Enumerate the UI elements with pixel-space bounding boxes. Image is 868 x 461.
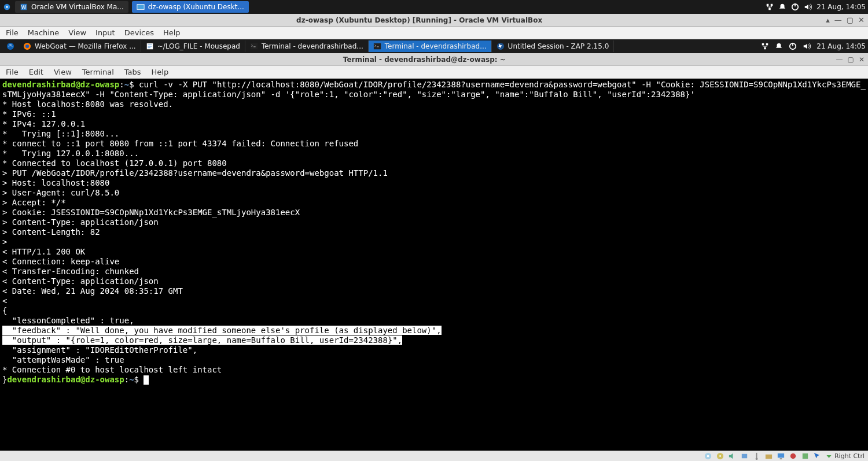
- term-menu-tabs[interactable]: Tabs: [124, 68, 141, 76]
- maximize-icon[interactable]: ▢: [847, 16, 854, 24]
- vb-menu-input[interactable]: Input: [95, 28, 115, 37]
- svg-text:W: W: [21, 5, 27, 10]
- bell-icon[interactable]: [778, 3, 786, 12]
- svg-point-12: [25, 45, 29, 48]
- maximize-icon[interactable]: ▢: [848, 56, 854, 64]
- host-key-indicator[interactable]: Right Ctrl: [825, 452, 865, 460]
- sb-net-icon[interactable]: [740, 452, 749, 460]
- sb-optical-icon[interactable]: [716, 452, 724, 460]
- volume-icon[interactable]: [804, 3, 812, 12]
- minimize-icon[interactable]: —: [834, 16, 842, 24]
- host-top-panel: W Oracle VM VirtualBox Ma... dz-owasp (X…: [0, 0, 868, 14]
- terminal-menubar: File Edit View Terminal Tabs Help: [0, 66, 868, 79]
- vb-menu-devices[interactable]: Devices: [124, 28, 154, 37]
- svg-rect-14: [251, 43, 258, 50]
- sb-rec-icon[interactable]: [789, 452, 797, 460]
- host-task-label: dz-owasp (Xubuntu Deskt...: [148, 3, 244, 11]
- sb-disk-icon[interactable]: [704, 452, 712, 460]
- vb-window-titlebar[interactable]: dz-owasp (Xubuntu Desktop) [Running] - O…: [0, 14, 868, 27]
- svg-point-32: [790, 453, 796, 459]
- term-menu-terminal[interactable]: Terminal: [82, 68, 114, 76]
- host-task-label: Oracle VM VirtualBox Ma...: [31, 3, 124, 11]
- svg-rect-33: [803, 453, 808, 459]
- vb-statusbar: Right Ctrl: [0, 451, 868, 461]
- sb-shared-icon[interactable]: [764, 452, 773, 460]
- task-label: Terminal - devendrashirbad...: [262, 42, 363, 50]
- svg-point-23: [707, 455, 709, 458]
- network-icon[interactable]: [766, 3, 774, 12]
- svg-rect-31: [780, 458, 782, 459]
- term-menu-help[interactable]: Help: [152, 68, 169, 76]
- svg-point-10: [7, 43, 14, 50]
- task-label: Untitled Session - ZAP 2.15.0: [508, 42, 609, 50]
- svg-rect-15: [374, 43, 381, 50]
- svg-rect-21: [792, 43, 793, 46]
- vb-window-title: dz-owasp (Xubuntu Desktop) [Running] - O…: [296, 16, 542, 24]
- sb-audio-icon[interactable]: [728, 452, 737, 460]
- vb-menu-view[interactable]: View: [68, 28, 86, 37]
- guest-task-mousepad[interactable]: ~/LOG_FILE - Mousepad: [141, 40, 245, 52]
- sb-cpu-icon[interactable]: [801, 452, 810, 460]
- guest-task-terminal-1[interactable]: Terminal - devendrashirbad...: [245, 40, 369, 52]
- xfce-menu-icon[interactable]: [6, 42, 15, 51]
- task-label: Terminal - devendrashirbad...: [385, 42, 487, 50]
- term-menu-file[interactable]: File: [6, 68, 19, 76]
- terminal-title: Terminal - devendrashirbad@dz-owasp: ~: [343, 56, 506, 64]
- svg-rect-19: [764, 47, 767, 50]
- network-icon[interactable]: [761, 42, 769, 51]
- minimize-icon[interactable]: —: [836, 56, 843, 64]
- activities-icon[interactable]: [2, 2, 12, 12]
- power-icon[interactable]: [789, 42, 797, 51]
- host-task-vb-window[interactable]: dz-owasp (Xubuntu Deskt...: [132, 1, 249, 13]
- term-menu-view[interactable]: View: [54, 68, 72, 76]
- vb-roll-icon[interactable]: ▴: [826, 16, 830, 24]
- svg-rect-6: [771, 4, 773, 6]
- bell-icon[interactable]: [775, 42, 783, 51]
- guest-task-zap[interactable]: Untitled Session - ZAP 2.15.0: [492, 40, 615, 52]
- svg-point-25: [719, 455, 721, 457]
- power-icon[interactable]: [791, 3, 799, 12]
- host-clock[interactable]: 21 Aug, 14:05: [816, 3, 866, 11]
- vb-menu-help[interactable]: Help: [163, 28, 181, 37]
- term-menu-edit[interactable]: Edit: [29, 68, 43, 76]
- sb-usb-icon[interactable]: [752, 452, 761, 460]
- guest-task-firefox[interactable]: WebGoat — Mozilla Firefox ...: [19, 40, 141, 52]
- svg-rect-30: [778, 453, 784, 458]
- host-key-label: Right Ctrl: [834, 452, 865, 460]
- svg-point-1: [6, 6, 8, 8]
- svg-rect-28: [756, 453, 757, 458]
- svg-rect-5: [767, 4, 769, 6]
- svg-rect-9: [795, 3, 796, 6]
- vb-menu-file[interactable]: File: [6, 28, 19, 37]
- guest-clock[interactable]: 21 Aug, 14:05: [816, 42, 866, 50]
- guest-task-terminal-active[interactable]: Terminal - devendrashirbad...: [369, 40, 492, 52]
- svg-rect-7: [769, 8, 771, 10]
- close-icon[interactable]: ✕: [859, 56, 865, 64]
- vb-menubar: File Machine View Input Devices Help: [0, 27, 868, 39]
- sb-display-icon[interactable]: [777, 452, 785, 460]
- svg-rect-29: [766, 455, 772, 459]
- terminal-output[interactable]: devendrashirbad@dz-owasp:~$ curl -v -X P…: [0, 79, 868, 448]
- svg-rect-4: [137, 5, 144, 10]
- close-icon[interactable]: ✕: [858, 16, 865, 24]
- svg-rect-18: [766, 43, 768, 46]
- vb-menu-machine[interactable]: Machine: [28, 28, 59, 37]
- task-label: ~/LOG_FILE - Mousepad: [157, 42, 240, 50]
- host-task-vb-manager[interactable]: W Oracle VM VirtualBox Ma...: [15, 1, 128, 13]
- task-label: WebGoat — Mozilla Firefox ...: [35, 42, 136, 50]
- svg-rect-17: [762, 43, 764, 46]
- guest-panel: WebGoat — Mozilla Firefox ... ~/LOG_FILE…: [0, 39, 868, 53]
- svg-rect-26: [742, 454, 747, 459]
- terminal-titlebar[interactable]: Terminal - devendrashirbad@dz-owasp: ~ —…: [0, 53, 868, 66]
- sb-mouse-icon[interactable]: [813, 452, 822, 460]
- volume-icon[interactable]: [803, 42, 811, 51]
